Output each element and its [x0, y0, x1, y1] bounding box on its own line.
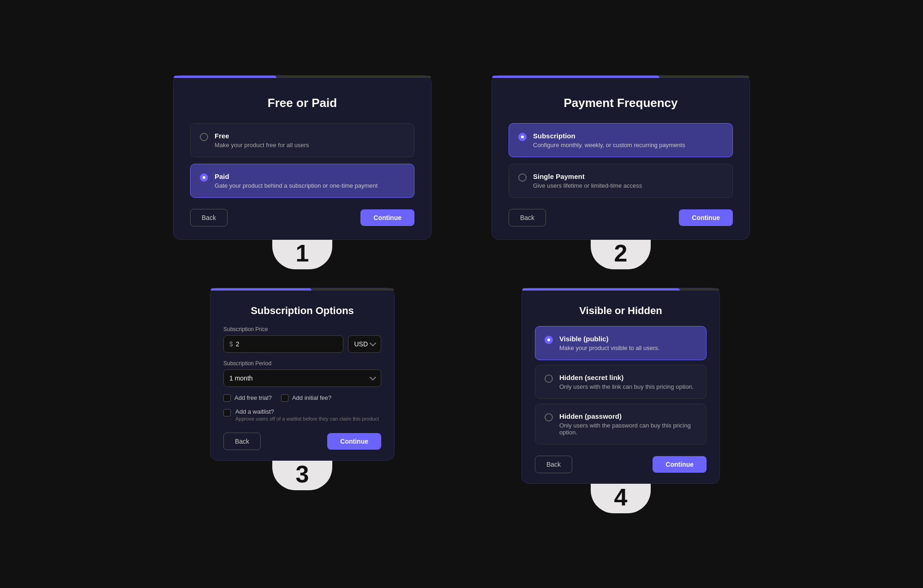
price-row: $ USD [223, 335, 381, 353]
waitlist-desc: Approve users off of a waitlist before t… [235, 416, 379, 422]
free-trial-checkbox[interactable] [223, 394, 231, 402]
option-hidden-password-label: Hidden (password) [559, 412, 697, 420]
step-2-continue-button[interactable]: Continue [679, 209, 733, 226]
step-3-progress-fill [210, 288, 312, 291]
step-2-footer: Back Continue [509, 209, 733, 226]
radio-hidden-secret [545, 374, 553, 383]
subscription-period-section: Subscription Period 1 month [223, 360, 381, 387]
option-hidden-password[interactable]: Hidden (password) Only users with the pa… [535, 404, 707, 445]
step-1-progress-fill [174, 76, 276, 78]
option-single-payment-label: Single Payment [533, 172, 642, 180]
step-4-title: Visible or Hidden [535, 305, 707, 317]
waitlist-checkbox[interactable] [223, 409, 231, 416]
free-trial-checkbox-item[interactable]: Add free trial? [223, 394, 272, 402]
subscription-period-label: Subscription Period [223, 360, 381, 367]
step-1-number: 1 [272, 237, 332, 269]
step-2-progress-track [492, 76, 749, 78]
step-4-footer: Back Continue [535, 456, 707, 473]
step-4-progress-fill [522, 288, 680, 291]
option-visible-public-label: Visible (public) [559, 335, 659, 343]
step-3-wrapper: Subscription Options Subscription Price … [143, 279, 462, 523]
step-3-progress-track [210, 288, 394, 291]
step-3-footer: Back Continue [223, 433, 381, 450]
step-1-continue-button[interactable]: Continue [360, 209, 414, 226]
step-2-title: Payment Frequency [509, 96, 733, 110]
option-hidden-secret[interactable]: Hidden (secret link) Only users with the… [535, 365, 707, 399]
main-container: Free or Paid Free Make your product free… [143, 66, 780, 523]
waitlist-item[interactable]: Add a waitlist? Approve users off of a w… [223, 408, 381, 422]
price-input[interactable] [236, 336, 338, 352]
step-3-continue-button[interactable]: Continue [327, 433, 381, 450]
step-1-wrapper: Free or Paid Free Make your product free… [143, 66, 462, 279]
step-4-number: 4 [591, 481, 651, 513]
option-hidden-secret-label: Hidden (secret link) [559, 374, 694, 381]
option-subscription[interactable]: Subscription Configure monthly, weekly, … [509, 123, 733, 157]
currency-chevron-icon [370, 340, 376, 346]
price-input-wrap[interactable]: $ [223, 335, 343, 353]
period-value: 1 month [229, 374, 253, 382]
option-paid-desc: Gate your product behind a subscription … [215, 182, 378, 189]
step-4-card: Visible or Hidden Visible (public) Make … [521, 288, 720, 484]
step-2-back-button[interactable]: Back [509, 209, 546, 226]
subscription-price-label: Subscription Price [223, 326, 381, 333]
initial-fee-checkbox-item[interactable]: Add initial fee? [281, 394, 331, 402]
step-1-progress-track [174, 76, 431, 78]
step-2-wrapper: Payment Frequency Subscription Configure… [462, 66, 780, 279]
option-hidden-password-desc: Only users with the password can buy thi… [559, 422, 697, 436]
option-free-label: Free [215, 132, 309, 140]
option-hidden-secret-desc: Only users with the link can buy this pr… [559, 383, 694, 390]
radio-hidden-password [545, 413, 553, 422]
option-paid[interactable]: Paid Gate your product behind a subscrip… [190, 164, 414, 198]
option-free-desc: Make your product free for all users [215, 142, 309, 148]
radio-visible-public [545, 336, 553, 344]
step-3-card: Subscription Options Subscription Price … [210, 288, 395, 461]
radio-subscription [518, 133, 527, 141]
step-2-card: Payment Frequency Subscription Configure… [491, 75, 750, 240]
step-4-back-button[interactable]: Back [535, 456, 572, 473]
currency-value: USD [354, 340, 368, 348]
step-4-progress-track [522, 288, 719, 291]
step-3-back-button[interactable]: Back [223, 433, 261, 450]
initial-fee-checkbox[interactable] [281, 394, 288, 402]
option-visible-public-desc: Make your product visible to all users. [559, 344, 659, 351]
step-1-title: Free or Paid [190, 96, 414, 110]
initial-fee-label: Add initial fee? [292, 394, 331, 401]
step-4-continue-button[interactable]: Continue [653, 456, 707, 473]
step-2-number: 2 [591, 237, 651, 269]
step-3-number: 3 [272, 458, 332, 490]
radio-paid [200, 173, 208, 182]
checkbox-row: Add free trial? Add initial fee? [223, 394, 381, 402]
step-1-back-button[interactable]: Back [190, 209, 228, 226]
step-1-card: Free or Paid Free Make your product free… [173, 75, 432, 240]
period-select[interactable]: 1 month [223, 369, 381, 387]
step-2-progress-fill [492, 76, 659, 78]
option-single-payment[interactable]: Single Payment Give users lifetime or li… [509, 164, 733, 198]
step-1-footer: Back Continue [190, 209, 414, 226]
free-trial-label: Add free trial? [234, 394, 272, 401]
currency-select[interactable]: USD [348, 335, 381, 353]
option-subscription-desc: Configure monthly, weekly, or custom rec… [533, 142, 685, 148]
option-subscription-label: Subscription [533, 132, 685, 140]
radio-free [200, 133, 208, 141]
waitlist-title: Add a waitlist? [235, 408, 379, 415]
period-chevron-icon [370, 374, 376, 380]
option-paid-label: Paid [215, 172, 378, 180]
radio-single-payment [518, 173, 527, 182]
option-visible-public[interactable]: Visible (public) Make your product visib… [535, 326, 707, 360]
step-3-title: Subscription Options [223, 305, 381, 317]
subscription-price-section: Subscription Price $ USD [223, 326, 381, 353]
option-single-payment-desc: Give users lifetime or limited-time acce… [533, 182, 642, 189]
step-4-wrapper: Visible or Hidden Visible (public) Make … [462, 279, 780, 523]
option-free[interactable]: Free Make your product free for all user… [190, 123, 414, 157]
dollar-sign: $ [229, 340, 233, 348]
